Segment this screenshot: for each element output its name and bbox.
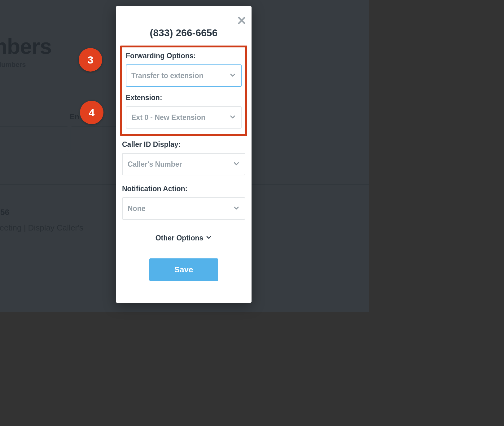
notification-action-label: Notification Action: bbox=[122, 185, 245, 193]
caller-id-label: Caller ID Display: bbox=[122, 140, 245, 149]
modal-title: (833) 266-6656 bbox=[116, 27, 252, 39]
chevron-down-icon bbox=[233, 204, 240, 213]
step-badge-3: 3 bbox=[79, 48, 102, 72]
caller-id-select[interactable]: Caller's Number bbox=[122, 153, 245, 175]
step-badge-4: 4 bbox=[80, 101, 103, 124]
save-button[interactable]: Save bbox=[149, 258, 218, 281]
chevron-down-icon bbox=[233, 160, 240, 168]
chevron-down-icon bbox=[229, 113, 236, 121]
notification-action-select[interactable]: None bbox=[122, 197, 245, 220]
extension-select[interactable]: Ext 0 - New Extension bbox=[126, 106, 242, 129]
close-button[interactable] bbox=[237, 16, 246, 26]
number-settings-modal: (833) 266-6656 Forwarding Options: Trans… bbox=[116, 6, 252, 303]
close-icon bbox=[237, 20, 246, 26]
forwarding-options-value: Transfer to extension bbox=[131, 72, 204, 80]
chevron-down-icon bbox=[229, 72, 236, 80]
forwarding-options-label: Forwarding Options: bbox=[126, 52, 242, 60]
highlighted-fields-box: Forwarding Options: Transfer to extensio… bbox=[120, 46, 247, 136]
forwarding-options-select[interactable]: Transfer to extension bbox=[126, 64, 242, 87]
notification-action-value: None bbox=[128, 204, 146, 213]
extension-value: Ext 0 - New Extension bbox=[131, 113, 205, 122]
other-options-label: Other Options bbox=[156, 234, 204, 242]
extension-label: Extension: bbox=[126, 94, 242, 102]
other-options-toggle[interactable]: Other Options bbox=[122, 234, 245, 242]
caller-id-value: Caller's Number bbox=[128, 160, 182, 169]
chevron-down-icon bbox=[206, 234, 212, 242]
